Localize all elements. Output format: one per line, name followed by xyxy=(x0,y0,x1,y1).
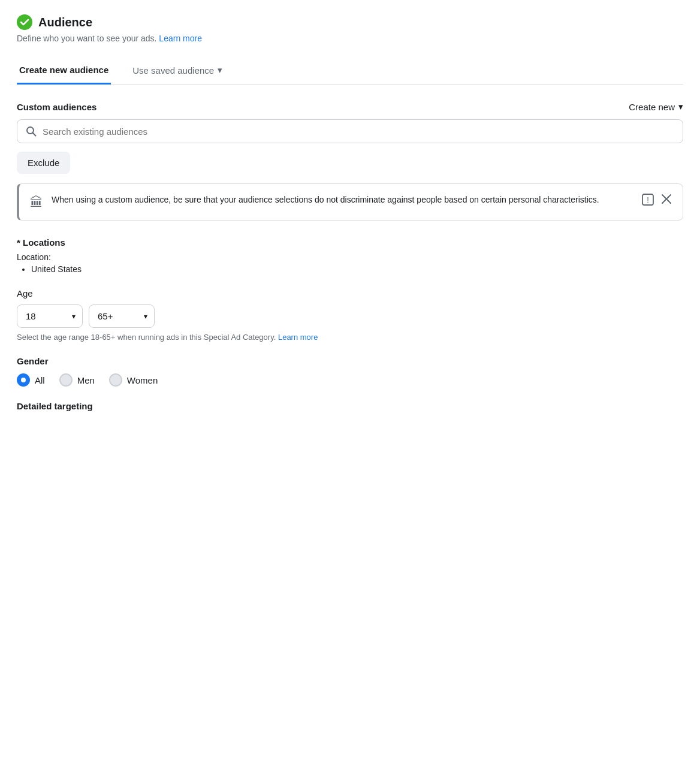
gender-section: Gender All Men Women xyxy=(17,356,683,387)
gender-women-label: Women xyxy=(127,375,158,385)
notice-text: When using a custom audience, be sure th… xyxy=(52,194,633,206)
building-icon: 🏛 xyxy=(30,195,43,210)
page-subtitle: Define who you want to see your ads. Lea… xyxy=(17,34,683,43)
svg-text:!: ! xyxy=(647,195,649,204)
chevron-down-icon: ▾ xyxy=(218,65,222,76)
notice-actions: ! xyxy=(642,194,672,209)
gender-options: All Men Women xyxy=(17,373,683,387)
search-icon xyxy=(26,126,37,137)
svg-line-2 xyxy=(33,133,36,136)
gender-all-radio[interactable] xyxy=(17,373,30,387)
gender-men-radio[interactable] xyxy=(59,373,73,387)
gender-option-women[interactable]: Women xyxy=(109,373,158,387)
custom-audiences-title: Custom audiences xyxy=(17,102,96,112)
gender-all-label: All xyxy=(35,375,45,385)
search-audiences-container xyxy=(17,119,683,143)
chevron-down-icon: ▾ xyxy=(678,101,683,112)
locations-section: * Locations Location: United States xyxy=(17,237,683,274)
tab-use-saved-audience[interactable]: Use saved audience ▾ xyxy=(130,58,225,85)
custom-audiences-section: Custom audiences Create new ▾ Exclude 🏛 … xyxy=(17,101,683,221)
page-title: Audience xyxy=(38,16,92,29)
list-item: United States xyxy=(31,264,683,274)
info-square-icon: ! xyxy=(642,194,654,206)
check-circle-icon xyxy=(17,14,32,30)
tabs-container: Create new audience Use saved audience ▾ xyxy=(17,58,683,85)
age-learn-more-link[interactable]: Learn more xyxy=(278,333,318,342)
learn-more-link[interactable]: Learn more xyxy=(159,34,202,43)
gender-option-men[interactable]: Men xyxy=(59,373,95,387)
age-selects: 18 19 20 21 25 30 35 40 45 50 55 60 65 ▾… xyxy=(17,304,683,328)
search-audiences-input[interactable] xyxy=(43,126,674,137)
age-note: Select the age range 18-65+ when running… xyxy=(17,333,683,342)
notice-box: 🏛 When using a custom audience, be sure … xyxy=(17,183,683,221)
age-label: Age xyxy=(17,288,683,298)
detailed-targeting-title: Detailed targeting xyxy=(17,401,683,411)
gender-men-label: Men xyxy=(77,375,95,385)
create-new-button[interactable]: Create new ▾ xyxy=(629,101,683,112)
detailed-targeting-section: Detailed targeting xyxy=(17,401,683,411)
location-label: Location: xyxy=(17,252,683,262)
age-section: Age 18 19 20 21 25 30 35 40 45 50 55 60 … xyxy=(17,288,683,342)
close-icon xyxy=(661,194,672,204)
location-list: United States xyxy=(17,264,683,274)
age-min-select[interactable]: 18 19 20 21 25 30 35 40 45 50 55 60 65 xyxy=(17,304,83,328)
section-header: Audience xyxy=(17,14,683,30)
gender-option-all[interactable]: All xyxy=(17,373,45,387)
custom-audiences-header: Custom audiences Create new ▾ xyxy=(17,101,683,112)
age-max-wrapper: 18 19 20 21 25 30 35 40 45 50 55 60 65+ … xyxy=(89,304,155,328)
locations-title: * Locations xyxy=(17,237,683,248)
gender-title: Gender xyxy=(17,356,683,366)
exclude-button[interactable]: Exclude xyxy=(17,152,70,174)
notice-info-button[interactable]: ! xyxy=(642,194,654,209)
age-max-select[interactable]: 18 19 20 21 25 30 35 40 45 50 55 60 65+ xyxy=(89,304,155,328)
notice-close-button[interactable] xyxy=(661,194,672,207)
svg-point-0 xyxy=(17,14,32,30)
gender-women-radio[interactable] xyxy=(109,373,122,387)
age-min-wrapper: 18 19 20 21 25 30 35 40 45 50 55 60 65 ▾ xyxy=(17,304,83,328)
tab-create-new-audience[interactable]: Create new audience xyxy=(17,58,111,85)
